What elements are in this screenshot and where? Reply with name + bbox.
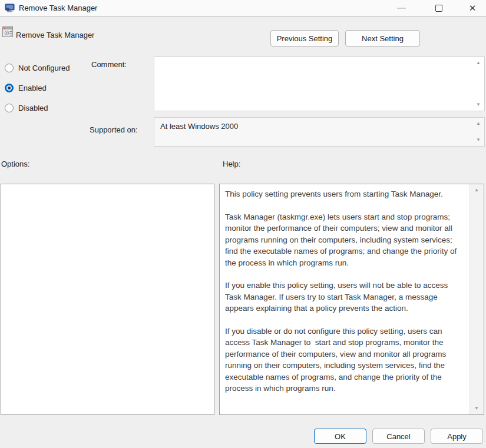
ok-button[interactable]: OK — [314, 429, 366, 444]
radio-button-icon[interactable] — [5, 104, 14, 112]
supported-on-value: At least Windows 2000 — [160, 122, 238, 131]
close-button[interactable]: ✕ — [459, 0, 486, 16]
previous-setting-button[interactable]: Previous Setting — [270, 30, 339, 47]
options-label: Options: — [1, 160, 29, 168]
radio-disabled[interactable]: Disabled — [5, 103, 48, 112]
comment-textarea[interactable]: ▲ ▼ — [154, 57, 485, 111]
radio-button-icon[interactable] — [5, 84, 14, 92]
radio-label: Enabled — [18, 84, 47, 92]
help-paragraph: If you enable this policy setting, users… — [225, 280, 466, 314]
radio-enabled[interactable]: Enabled — [5, 83, 47, 92]
gpedit-app-icon — [5, 4, 15, 15]
minimize-icon — [397, 8, 406, 9]
minimize-button[interactable] — [388, 0, 415, 16]
radio-button-icon[interactable] — [5, 64, 14, 72]
radio-label: Disabled — [18, 104, 48, 112]
apply-button[interactable]: Apply — [431, 429, 483, 444]
radio-label: Not Configured — [18, 64, 70, 72]
scroll-up-icon[interactable]: ▲ — [476, 61, 481, 65]
help-text: This policy setting prevents users from … — [220, 184, 470, 414]
window-title: Remove Task Manager — [19, 4, 97, 12]
scroll-up-icon[interactable]: ▲ — [474, 188, 479, 193]
radio-not-configured[interactable]: Not Configured — [5, 63, 70, 72]
cancel-button[interactable]: Cancel — [372, 429, 425, 444]
policy-setting-dialog: Remove Task Manager ✕ Remove Task Manage… — [0, 0, 486, 448]
help-label: Help: — [223, 160, 240, 168]
scroll-down-icon[interactable]: ▼ — [474, 406, 479, 411]
titlebar[interactable]: Remove Task Manager ✕ — [0, 0, 486, 16]
comment-label: Comment: — [91, 60, 127, 69]
help-paragraph: Task Manager (taskmgr.exe) lets users st… — [225, 211, 466, 269]
policy-setting-icon — [2, 26, 13, 39]
next-setting-button[interactable]: Next Setting — [345, 30, 420, 47]
help-scrollbar[interactable]: ▲ ▼ — [470, 184, 484, 414]
policy-setting-name: Remove Task Manager — [16, 31, 94, 39]
scroll-down-icon[interactable]: ▼ — [476, 102, 481, 107]
scroll-down-icon[interactable]: ▼ — [476, 138, 481, 142]
options-pane — [1, 184, 214, 415]
scroll-up-icon[interactable]: ▲ — [476, 121, 481, 126]
close-icon: ✕ — [469, 4, 477, 12]
help-paragraph: If you disable or do not configure this … — [225, 326, 466, 394]
maximize-button[interactable] — [425, 0, 452, 16]
help-paragraph: This policy setting prevents users from … — [225, 188, 466, 200]
help-pane[interactable]: This policy setting prevents users from … — [219, 184, 484, 415]
supported-on-field: At least Windows 2000 ▲ ▼ — [154, 117, 485, 147]
maximize-icon — [435, 5, 442, 12]
supported-on-label: Supported on: — [90, 125, 138, 134]
